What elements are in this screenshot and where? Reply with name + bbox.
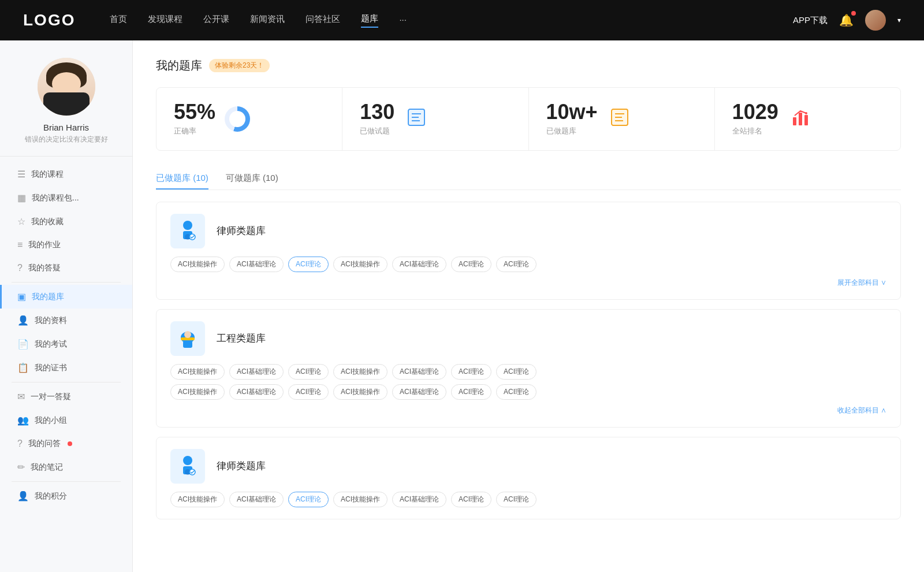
tag-item[interactable]: ACI技能操作 [170, 257, 225, 272]
sidebar-item-label: 我的课程 [31, 169, 64, 180]
tag-item[interactable]: ACI理论 [451, 257, 491, 272]
nav-qbank[interactable]: 题库 [361, 13, 378, 28]
nav-opencourse[interactable]: 公开课 [203, 14, 229, 27]
logo[interactable]: LOGO [23, 11, 75, 29]
one-on-one-icon: ✉ [17, 391, 25, 402]
qbank-list: 律师类题库 ACI技能操作 ACI基础理论 ACI理论 ACI技能操作 ACI基… [156, 202, 901, 529]
app-download-button[interactable]: APP下载 [793, 15, 828, 26]
qbank-lawyer-2-icon-wrap [170, 449, 205, 484]
sidebar-item-label: 一对一答疑 [31, 392, 71, 402]
nav-home[interactable]: 首页 [110, 14, 127, 27]
tag-item[interactable]: ACI理论 [496, 257, 536, 272]
sidebar-item-my-course-pkg[interactable]: ▦ 我的课程包... [0, 186, 132, 210]
tag-item[interactable]: ACI技能操作 [170, 364, 225, 380]
tag-item[interactable]: ACI基础理论 [229, 492, 284, 507]
menu-divider-1 [12, 282, 121, 283]
sidebar-item-label: 我的笔记 [31, 462, 63, 473]
sidebar-item-label: 我的积分 [35, 491, 67, 502]
favorites-icon: ☆ [17, 216, 25, 227]
sidebar-item-my-qa[interactable]: ? 我的问答 [0, 432, 132, 455]
qbank-title-lawyer-1: 律师类题库 [217, 214, 266, 248]
sidebar-item-my-points[interactable]: 👤 我的积分 [0, 484, 132, 508]
sidebar-item-my-exam[interactable]: 📄 我的考试 [0, 332, 132, 356]
avatar-wrapper [38, 58, 95, 116]
stat-banks-info: 10w+ 已做题库 [546, 102, 598, 136]
tab-available-banks[interactable]: 可做题库 (10) [226, 168, 278, 190]
tag-item[interactable]: ACI理论 [451, 384, 491, 400]
qbank-card-engineer: 工程类题库 ACI技能操作 ACI基础理论 ACI理论 ACI技能操作 ACI基… [156, 309, 901, 428]
sidebar-item-my-course[interactable]: ☰ 我的课程 [0, 162, 132, 186]
qbank-card-header-l2: 律师类题库 [170, 449, 886, 484]
sidebar-item-label: 我的证书 [35, 363, 67, 373]
nav-news[interactable]: 新闻资讯 [250, 14, 285, 27]
sidebar-item-label: 我的题库 [32, 292, 64, 302]
sidebar-item-one-on-one[interactable]: ✉ 一对一答疑 [0, 385, 132, 408]
tag-item-active[interactable]: ACI理论 [288, 257, 329, 272]
stat-ranking-icon [788, 106, 813, 132]
avatar-body [43, 92, 90, 116]
tag-item[interactable]: ACI理论 [451, 492, 491, 507]
page-header: 我的题库 体验剩余23天！ [156, 58, 901, 73]
sidebar-item-my-questions[interactable]: ? 我的答疑 [0, 257, 132, 280]
qbank-tags-engineer-row1: ACI技能操作 ACI基础理论 ACI理论 ACI技能操作 ACI基础理论 AC… [170, 364, 886, 380]
sidebar-item-my-qbank[interactable]: ▣ 我的题库 [0, 285, 132, 309]
expand-link-lawyer-1[interactable]: 展开全部科目 ∨ [170, 278, 886, 288]
user-menu-chevron[interactable]: ▾ [897, 16, 901, 24]
stat-ranking-info: 1029 全站排名 [732, 102, 778, 136]
stat-ranking: 1029 全站排名 [715, 88, 900, 150]
tag-item[interactable]: ACI基础理论 [392, 492, 446, 507]
course-pkg-icon: ▦ [17, 192, 26, 203]
tag-item[interactable]: ACI基础理论 [229, 364, 284, 380]
nav-discover[interactable]: 发现课程 [148, 14, 182, 27]
tag-item[interactable]: ACI理论 [288, 364, 329, 380]
stat-banks-icon [607, 106, 632, 132]
svg-point-19 [184, 331, 191, 338]
sidebar: Brian Harris 错误的决定比没有决定要好 ☰ 我的课程 ▦ 我的课程包… [0, 40, 133, 572]
menu-divider-3 [12, 481, 121, 482]
tag-item[interactable]: ACI技能操作 [333, 384, 388, 400]
sidebar-item-my-group[interactable]: 👥 我的小组 [0, 408, 132, 432]
sidebar-item-my-data[interactable]: 👤 我的资料 [0, 309, 132, 332]
tag-item[interactable]: ACI基础理论 [392, 384, 446, 400]
tag-item[interactable]: ACI基础理论 [392, 257, 446, 272]
collapse-link-engineer[interactable]: 收起全部科目 ∧ [170, 406, 886, 415]
tag-item[interactable]: ACI基础理论 [229, 257, 284, 272]
navbar: LOGO 首页 发现课程 公开课 新闻资讯 问答社区 题库 ··· APP下载 … [0, 0, 924, 40]
sidebar-item-my-notes[interactable]: ✏ 我的笔记 [0, 455, 132, 479]
sidebar-item-my-homework[interactable]: ≡ 我的作业 [0, 233, 132, 257]
banks-stat-icon [609, 107, 630, 132]
tag-item[interactable]: ACI基础理论 [229, 384, 284, 400]
cert-icon: 📋 [17, 362, 29, 373]
tag-item-active[interactable]: ACI理论 [288, 492, 329, 507]
tag-item[interactable]: ACI理论 [288, 384, 329, 400]
sidebar-item-label: 我的考试 [35, 339, 67, 350]
nav-qa[interactable]: 问答社区 [305, 14, 340, 27]
sidebar-item-my-certificate[interactable]: 📋 我的证书 [0, 356, 132, 380]
tag-item[interactable]: ACI理论 [451, 364, 491, 380]
tab-done-banks[interactable]: 已做题库 (10) [156, 168, 208, 190]
nav-more[interactable]: ··· [399, 14, 407, 27]
tag-item[interactable]: ACI技能操作 [333, 364, 388, 380]
stat-done-value: 130 [360, 102, 394, 122]
tag-item[interactable]: ACI理论 [496, 364, 536, 380]
tag-item[interactable]: ACI基础理论 [392, 364, 446, 380]
sidebar-user-motto: 错误的决定比没有决定要好 [25, 135, 108, 144]
tag-item[interactable]: ACI理论 [496, 384, 536, 400]
stat-ranking-label: 全站排名 [732, 126, 778, 136]
stat-done-questions: 130 已做试题 [342, 88, 528, 150]
svg-point-11 [805, 112, 807, 114]
avatar-person-image [38, 58, 95, 116]
tag-item[interactable]: ACI理论 [496, 492, 536, 507]
menu-divider-2 [12, 382, 121, 382]
notes-icon: ✏ [17, 462, 25, 473]
sidebar-item-my-favorites[interactable]: ☆ 我的收藏 [0, 210, 132, 233]
tag-item[interactable]: ACI技能操作 [333, 257, 388, 272]
tag-item[interactable]: ACI技能操作 [170, 492, 225, 507]
tag-item[interactable]: ACI技能操作 [170, 384, 225, 400]
tag-item[interactable]: ACI技能操作 [333, 492, 388, 507]
questions-stat-icon [406, 107, 427, 132]
homework-icon: ≡ [17, 240, 23, 250]
stat-done-info: 130 已做试题 [360, 102, 394, 136]
notification-bell[interactable]: 🔔 [839, 13, 854, 27]
user-avatar-nav[interactable] [865, 10, 886, 31]
